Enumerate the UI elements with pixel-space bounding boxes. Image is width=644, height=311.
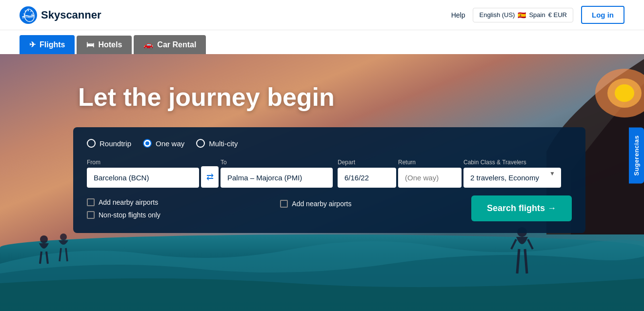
nonstop-checkbox[interactable]: [87, 211, 95, 219]
depart-field-group: Depart: [338, 159, 396, 188]
flights-icon: ✈: [29, 40, 36, 49]
help-link[interactable]: Help: [451, 11, 465, 19]
return-field-group: Return: [398, 159, 462, 188]
trip-type-row: Roundtrip One way Multi-city: [87, 139, 572, 148]
tab-hotels-label: Hotels: [98, 40, 122, 49]
add-nearby-to-label: Add nearby airports: [292, 200, 351, 208]
depart-input[interactable]: [338, 168, 396, 188]
nonstop-label: Non-stop flights only: [99, 211, 161, 219]
cabin-field-group: Cabin Class & Travelers 2 travelers, Eco…: [463, 159, 561, 188]
depart-label: Depart: [338, 159, 396, 166]
add-nearby-to-checkbox[interactable]: [280, 200, 288, 208]
add-nearby-from-label: Add nearby airports: [99, 198, 158, 206]
svg-point-3: [615, 84, 634, 102]
to-field-group: To: [221, 159, 333, 188]
logo[interactable]: Skyscanner: [20, 6, 101, 24]
svg-point-5: [60, 233, 67, 240]
oneway-option[interactable]: One way: [143, 139, 184, 148]
car-icon: 🚗: [143, 40, 153, 49]
hotels-icon: 🛏: [86, 40, 94, 49]
sugerencias-wrapper: Sugerencias: [629, 128, 644, 184]
tab-flights[interactable]: ✈ Flights: [20, 35, 75, 54]
oneway-label: One way: [156, 139, 184, 148]
search-flights-button[interactable]: Search flights →: [471, 195, 572, 221]
return-input[interactable]: [398, 168, 462, 188]
tab-hotels[interactable]: 🛏 Hotels: [77, 36, 132, 54]
multicity-option[interactable]: Multi-city: [196, 139, 238, 148]
skyscanner-logo-icon: [20, 6, 37, 24]
nonstop-option[interactable]: Non-stop flights only: [87, 211, 161, 219]
country-label: Spain: [529, 11, 545, 19]
from-input[interactable]: [87, 168, 199, 188]
multicity-radio[interactable]: [196, 139, 205, 148]
add-nearby-to-option[interactable]: Add nearby airports: [280, 200, 351, 208]
options-row: Add nearby airports Non-stop flights onl…: [87, 195, 572, 221]
login-button[interactable]: Log in: [581, 6, 624, 24]
roundtrip-radio[interactable]: [87, 139, 96, 148]
cabin-select[interactable]: 2 travelers, Economy 1 traveler, Economy…: [463, 168, 561, 188]
sugerencias-tab[interactable]: Sugerencias: [629, 128, 644, 184]
fields-row: From ⇄ To Depart Return Cabin Class & Tr…: [87, 156, 572, 188]
roundtrip-option[interactable]: Roundtrip: [87, 139, 131, 148]
person-right-silhouette: [507, 225, 537, 283]
add-nearby-from-option[interactable]: Add nearby airports: [87, 198, 161, 206]
oneway-radio[interactable]: [143, 139, 152, 148]
header: Skyscanner Help English (US) 🇪🇸 Spain € …: [0, 0, 644, 30]
hero-section: Let the journey begin Roundtrip One way …: [0, 54, 644, 311]
return-label: Return: [398, 159, 462, 166]
from-field-group: From: [87, 159, 199, 188]
swap-icon: ⇄: [206, 172, 214, 182]
tab-car-rental-label: Car Rental: [157, 40, 196, 49]
options-middle: Add nearby airports: [280, 200, 351, 208]
to-label: To: [221, 159, 333, 166]
options-left: Add nearby airports Non-stop flights onl…: [87, 198, 161, 219]
roundtrip-label: Roundtrip: [100, 139, 131, 148]
cabin-label: Cabin Class & Travelers: [463, 159, 561, 166]
currency-label: € EUR: [548, 11, 567, 19]
hero-title: Let the journey begin: [78, 83, 335, 111]
svg-point-4: [40, 235, 48, 243]
header-right: Help English (US) 🇪🇸 Spain € EUR Log in: [451, 6, 624, 24]
logo-text: Skyscanner: [41, 9, 101, 21]
swap-button[interactable]: ⇄: [201, 166, 219, 188]
multicity-label: Multi-city: [209, 139, 238, 148]
search-panel: Roundtrip One way Multi-city From ⇄ To: [73, 127, 585, 233]
from-label: From: [87, 159, 199, 166]
to-input[interactable]: [221, 168, 333, 188]
tab-car-rental[interactable]: 🚗 Car Rental: [134, 35, 206, 54]
add-nearby-from-checkbox[interactable]: [87, 198, 95, 206]
tab-flights-label: Flights: [40, 40, 65, 49]
nav-tabs: ✈ Flights 🛏 Hotels 🚗 Car Rental: [0, 30, 644, 54]
language-selector[interactable]: English (US) 🇪🇸 Spain € EUR: [473, 8, 573, 22]
flag-icon: 🇪🇸: [518, 11, 526, 19]
language-label: English (US): [479, 11, 515, 19]
